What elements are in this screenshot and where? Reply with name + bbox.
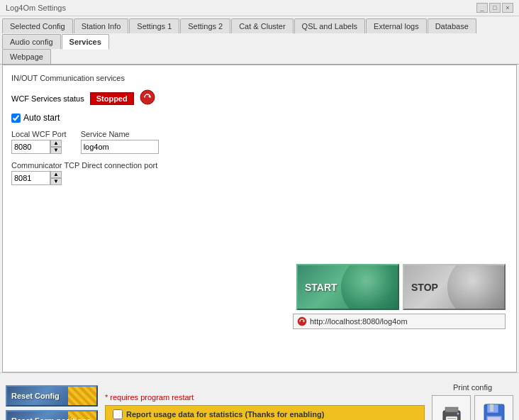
svg-rect-14 [488, 417, 501, 420]
reset-config-label: Reset Config [7, 392, 60, 400]
tcp-spinner-down[interactable]: ▼ [50, 178, 62, 185]
tcp-port-input[interactable] [11, 171, 50, 185]
service-name-input[interactable] [81, 140, 159, 154]
content-area: IN/OUT Communication services WCF Servic… [2, 65, 517, 372]
tab-qsl-labels[interactable]: QSL and Labels [294, 18, 365, 33]
print-config-label: Print config [453, 383, 492, 392]
bottom-bar: Reset Config Reset Form positions * requ… [0, 372, 519, 420]
port-spinner-down[interactable]: ▼ [50, 147, 62, 154]
save-button[interactable] [474, 395, 513, 421]
svg-point-9 [457, 413, 459, 415]
tab-external-logs[interactable]: External logs [366, 18, 427, 33]
start-button[interactable]: START [296, 264, 399, 310]
local-wcf-port-input[interactable] [11, 140, 50, 154]
reset-config-button[interactable]: Reset Config [6, 385, 98, 407]
tab-audio-config[interactable]: Audio config [2, 34, 61, 49]
floppy-disk-icon [480, 400, 508, 420]
close-button[interactable]: × [502, 3, 513, 13]
tab-settings-2[interactable]: Settings 2 [180, 18, 230, 33]
svg-point-0 [140, 90, 155, 104]
maximize-button[interactable]: □ [489, 3, 501, 13]
url-text: http://localhost:8080/log4om [310, 317, 408, 326]
usage-label: Report usage data for statistics (Thanks… [126, 410, 324, 419]
usage-data-checkbox[interactable] [113, 409, 123, 419]
tab-station-info[interactable]: Station Info [74, 18, 129, 33]
auto-start-label: Auto start [23, 113, 60, 123]
tab-webpage[interactable]: Webpage [2, 49, 51, 64]
svg-rect-7 [447, 418, 456, 419]
tcp-port-label: Communicator TCP Direct connection port [11, 161, 508, 170]
svg-point-2 [298, 317, 306, 326]
svg-rect-12 [490, 404, 493, 411]
svg-rect-5 [445, 407, 458, 412]
tab-row-2: Webpage [0, 49, 519, 64]
port-spinner-up[interactable]: ▲ [50, 140, 62, 147]
tab-database[interactable]: Database [428, 18, 476, 33]
tab-selected-config[interactable]: Selected Config [2, 18, 73, 33]
tab-settings-1[interactable]: Settings 1 [129, 18, 179, 33]
reset-form-label: Reset Form positions [7, 416, 91, 420]
stop-button[interactable]: STOP [403, 264, 506, 310]
refresh-icon[interactable] [140, 89, 155, 107]
tcp-spinner-up[interactable]: ▲ [50, 171, 62, 178]
wcf-status-label: WCF Services status [11, 94, 84, 103]
service-name-label: Service Name [81, 130, 159, 138]
local-wcf-port-label: Local WCF Port [11, 130, 67, 138]
tab-cat-cluster[interactable]: Cat & Cluster [231, 18, 293, 33]
tab-row-1: Selected Config Station Info Settings 1 … [0, 16, 519, 49]
minimize-button[interactable]: _ [476, 3, 488, 13]
tab-services[interactable]: Services [62, 34, 109, 50]
wcf-status-badge: Stopped [90, 92, 134, 105]
status-icon [297, 316, 307, 326]
app-title: Log4Om Settings [6, 4, 66, 12]
section-title: IN/OUT Communication services [11, 74, 508, 82]
print-button[interactable] [432, 395, 471, 421]
restart-notice: * requires program restart [105, 393, 425, 402]
auto-start-checkbox[interactable] [11, 114, 21, 123]
url-bar: http://localhost:8080/log4om [293, 314, 506, 329]
reset-form-button[interactable]: Reset Form positions [6, 410, 98, 420]
printer-icon [437, 400, 466, 420]
